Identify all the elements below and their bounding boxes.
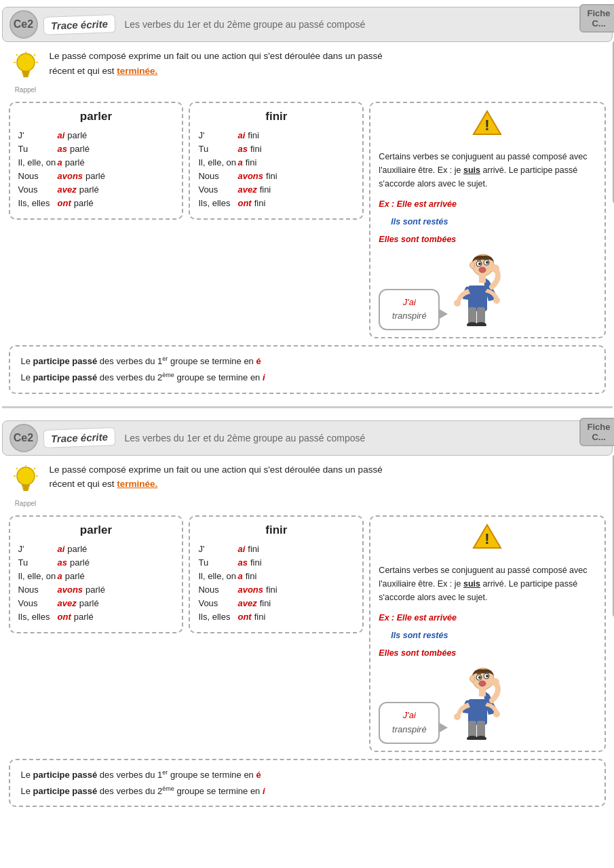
finir-conjugation: J' ai fini Tu as fini Il, elle, on a	[198, 544, 354, 622]
section-2: Ce2 Trace écrite Les verbes du 1er et du…	[2, 414, 613, 820]
auxiliary: a	[58, 571, 62, 581]
svg-rect-30	[23, 489, 28, 491]
pronoun: Nous	[18, 171, 58, 181]
parler-conjugation: J' ai parlé Tu as parlé Il, elle, on a	[18, 544, 174, 622]
svg-point-47	[454, 713, 461, 720]
boy-figure	[448, 665, 502, 744]
svg-line-32	[16, 468, 18, 469]
parler-box: parler J' ai parlé Tu as parlé	[9, 102, 184, 220]
note-box: Le participe passé des verbes du 1er gro…	[9, 759, 606, 807]
auxiliary: ont	[237, 612, 251, 622]
lightbulb-icon: Rappel	[9, 50, 43, 94]
table-row: Il, elle, on a parlé	[18, 157, 174, 167]
participe: parlé	[74, 612, 94, 622]
auxiliary: a	[237, 157, 242, 167]
table-row: Nous avons fini	[198, 585, 354, 595]
finir-conjugation: J' ai fini Tu as fini Il, elle, on a	[198, 130, 354, 208]
parler-title: parler	[18, 110, 174, 123]
ex-ils: Ils sont restés	[391, 217, 448, 226]
warning-icon: !	[379, 524, 596, 559]
pronoun: Il, elle, on	[18, 571, 58, 581]
auxiliary: avons	[58, 171, 83, 181]
terminee-text: terminée.	[117, 479, 157, 489]
participe: fini	[248, 544, 259, 554]
trace-ecrite-tag: Trace écrite	[43, 427, 115, 448]
lightbulb-icon: Rappel	[9, 464, 43, 507]
table-row: Tu as parlé	[18, 144, 174, 154]
auxiliary: avez	[237, 598, 256, 608]
svg-rect-28	[22, 484, 30, 487]
parler-box: parler J' ai parlé Tu as parlé	[9, 515, 184, 633]
note-box: Le participe passé des verbes du 1er gro…	[9, 345, 606, 393]
svg-point-26	[491, 264, 499, 273]
speech-bubble: J'ai transpiré	[379, 289, 440, 331]
rappel-text: Le passé composé exprime un fait ou une …	[50, 49, 383, 78]
auxiliary: as	[58, 557, 67, 568]
participe: parlé	[85, 585, 105, 595]
svg-rect-3	[23, 75, 28, 77]
pronoun: Ils, elles	[18, 612, 58, 622]
ce2-badge: Ce2	[9, 10, 38, 39]
speech-bubble-inner: J'ai transpiré	[389, 296, 429, 324]
note-bold-2: participe passé	[33, 786, 98, 796]
note-bold-1: participe passé	[33, 770, 98, 780]
table-row: Il, elle, on a fini	[198, 571, 354, 581]
ce2-badge: Ce2	[9, 424, 38, 452]
table-row: Tu as fini	[198, 144, 354, 154]
finir-title: finir	[198, 524, 354, 537]
table-row: Il, elle, on a fini	[198, 157, 354, 167]
participe: parlé	[74, 198, 94, 208]
auxiliary: as	[58, 144, 67, 154]
svg-line-5	[16, 54, 18, 56]
pronoun: J'	[18, 130, 58, 140]
participe: fini	[250, 144, 262, 154]
note-bold-2: participe passé	[33, 372, 98, 382]
participe: fini	[266, 171, 277, 181]
parler-conjugation: J' ai parlé Tu as parlé Il, elle, on a	[18, 130, 174, 208]
table-row: Ils, elles ont parlé	[18, 612, 174, 622]
header-bar: Ce2 Trace écrite Les verbes du 1er et du…	[2, 420, 613, 456]
note-i: i	[263, 372, 265, 382]
svg-point-53	[491, 678, 499, 686]
participe: parlé	[79, 598, 99, 608]
table-row: Ils, elles ont parlé	[18, 198, 174, 208]
pronoun: Il, elle, on	[18, 157, 58, 167]
boy-figure	[448, 252, 502, 330]
svg-point-14	[478, 262, 481, 265]
parler-title: parler	[18, 524, 174, 537]
table-row: Vous avez fini	[198, 598, 354, 608]
participe: parlé	[79, 184, 99, 195]
pronoun: Tu	[198, 557, 237, 568]
svg-point-20	[454, 300, 461, 307]
fiche-badge: FicheC...	[579, 4, 614, 33]
auxiliary: a	[58, 157, 62, 167]
svg-point-21	[493, 297, 500, 304]
svg-text:!: !	[485, 117, 490, 134]
suis-text: suis	[463, 165, 480, 175]
table-row: Tu as parlé	[18, 557, 174, 568]
auxiliary: a	[237, 571, 242, 581]
auxiliary: as	[237, 557, 247, 568]
auxiliary: ont	[58, 198, 71, 208]
svg-point-0	[17, 54, 35, 71]
fiche-badge: FicheC...	[579, 418, 614, 446]
auxiliary: ai	[237, 130, 245, 140]
note-e: é	[256, 770, 261, 780]
examples: Ex : Elle est arrivée Ils sont restés El…	[379, 197, 596, 246]
pronoun: Vous	[198, 184, 237, 195]
speech-area: J'ai transpiré	[379, 665, 596, 744]
jai-text: J'ai	[403, 297, 416, 307]
info-text: Certains verbes se conjuguent au passé c…	[379, 150, 596, 191]
table-row: Tu as fini	[198, 557, 354, 568]
rappel-text: Le passé composé exprime un fait ou une …	[50, 462, 383, 492]
rappel-row: Rappel Le passé composé exprime un fait …	[2, 49, 613, 94]
ex-ils: Ils sont restés	[391, 631, 448, 640]
svg-line-33	[34, 468, 35, 469]
auxiliary: ont	[237, 198, 251, 208]
speech-bubble-inner: J'ai transpiré	[389, 709, 429, 737]
svg-point-27	[17, 467, 35, 485]
pronoun: Nous	[18, 585, 58, 595]
auxiliary: ai	[237, 544, 245, 554]
svg-point-12	[470, 262, 475, 269]
auxiliary: avez	[58, 184, 77, 195]
